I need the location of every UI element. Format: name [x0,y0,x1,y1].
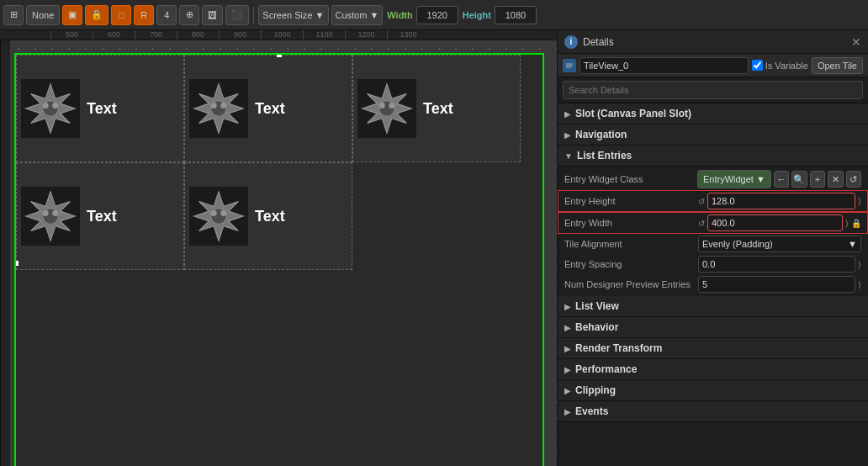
tile-alignment-text: Evenly (Padding) [702,239,773,249]
performance-title: Performance [575,363,637,375]
tile-icon [21,187,80,246]
ruler-mark: 1100 [303,30,345,40]
tile-alignment-dropdown[interactable]: Evenly (Padding) ▼ [698,236,861,252]
details-scroll[interactable]: ▶ Slot (Canvas Panel Slot) ▶ Navigation … [558,103,868,466]
list-view-title: List View [575,300,619,312]
entry-widget-dropdown[interactable]: EntryWidget ▼ [697,170,771,188]
toolbar-img1[interactable]: 🖼 [202,5,223,25]
screen-size-dropdown[interactable]: Screen Size ▼ [258,5,328,25]
toolbar-r-btn[interactable]: R [134,5,154,25]
widget-name-input[interactable] [580,57,749,74]
num-designer-row: Num Designer Preview Entries ⟩ [558,274,868,294]
entry-width-input[interactable] [707,214,843,231]
is-variable-group: Is Variable [752,60,808,71]
num-designer-input[interactable] [698,276,855,293]
entry-widget-add-btn[interactable]: + [810,171,825,188]
num-designer-value: ⟩ [698,276,861,293]
resize-handle-top[interactable] [276,53,283,58]
entry-width-lock-icon: 🔒 [851,219,861,228]
svg-point-23 [211,210,217,216]
canvas-content[interactable]: Text [10,40,557,466]
ruler-mark: 1200 [345,30,387,40]
entry-widget-arrow-left[interactable]: ← [774,171,789,188]
section-clipping[interactable]: ▶ Clipping [558,380,868,401]
height-input[interactable] [495,6,537,24]
section-performance[interactable]: ▶ Performance [558,359,868,380]
entry-width-reset-icon: ↺ [698,219,705,228]
section-list-entries[interactable]: ▼ List Entries [558,146,868,167]
num-designer-label: Num Designer Preview Entries [564,279,695,289]
resize-handle-left[interactable] [14,260,19,267]
toolbar-lock-btn[interactable]: 🔒 [85,5,108,25]
tile-row-2: Text [16,162,542,270]
nav-title: Navigation [575,129,627,140]
toolbar-divider1 [253,7,254,24]
custom-dropdown[interactable]: Custom ▼ [331,5,384,25]
toolbar-img2[interactable]: ⬛ [225,5,249,25]
entry-widget-row: Entry Widget Class EntryWidget ▼ ← 🔍 + ✕… [558,168,868,190]
widget-name-bar: Is Variable Open Tile [558,54,868,77]
width-label: Width [385,10,414,20]
tile-icon [357,79,416,138]
performance-arrow: ▶ [564,365,571,374]
section-events[interactable]: ▶ Events [558,401,868,422]
entry-widget-search-btn[interactable]: 🔍 [791,171,807,188]
entry-height-input[interactable] [707,193,855,209]
svg-point-4 [52,103,58,109]
ruler-mark: 600 [93,30,135,40]
toolbar: ⊞ None ▣ 🔒 □ R 4 ⊕ 🖼 ⬛ Screen Size ▼ Cus… [0,0,868,30]
section-render-transform[interactable]: ▶ Render Transform [558,338,868,359]
tile-icon [21,79,80,138]
toolbar-icon3[interactable]: □ [111,5,131,25]
open-tile-btn[interactable]: Open Tile [812,57,863,74]
height-label: Height [461,10,493,20]
entry-widget-clear-btn[interactable]: ✕ [828,171,843,188]
section-behavior[interactable]: ▶ Behavior [558,317,868,338]
details-close-btn[interactable]: ✕ [851,35,861,49]
ruler-mark: 1000 [261,30,303,40]
tile-row-1: Text [16,55,542,162]
details-icon: i [564,35,578,49]
entry-height-value: ↺ ⟩ [698,193,861,209]
width-input[interactable] [416,6,458,24]
entry-height-label: Entry Height [564,196,695,206]
render-transform-title: Render Transform [575,342,662,354]
svg-point-13 [379,103,385,109]
clipping-arrow: ▶ [564,386,571,395]
list-entries-arrow: ▼ [564,151,573,161]
svg-point-14 [389,103,394,109]
section-slot[interactable]: ▶ Slot (Canvas Panel Slot) [558,103,868,124]
events-title: Events [575,405,608,417]
ruler-marks: 500 600 700 800 900 1000 1100 1200 1300 [50,30,429,40]
ruler-mark: 900 [219,30,261,40]
ruler-mark: 800 [177,30,219,40]
search-input[interactable] [563,81,863,99]
toolbar-move-icon[interactable]: ⊕ [179,5,199,25]
toolbar-none-btn[interactable]: None [26,5,60,25]
svg-point-19 [52,210,58,216]
toolbar-orange-btn1[interactable]: ▣ [62,5,82,25]
entry-height-expand-icon: ⟩ [858,197,861,206]
tile-widget[interactable]: Text [14,53,544,466]
ruler-top: 500 600 700 800 900 1000 1100 1200 1300 [0,30,557,40]
svg-point-8 [211,103,217,109]
entry-widget-reset-btn[interactable]: ↺ [846,171,861,188]
entry-spacing-input[interactable] [698,256,855,273]
entry-width-expand-icon: ⟩ [845,219,849,228]
is-variable-checkbox[interactable] [752,60,763,71]
tile-entry: Text [184,55,352,162]
ruler-mark: 1300 [387,30,429,40]
section-navigation[interactable]: ▶ Navigation [558,124,868,146]
section-list-view[interactable]: ▶ List View [558,296,868,317]
list-entries-title: List Entries [577,150,632,162]
tile-entry: Text [352,55,521,162]
slot-arrow: ▶ [564,109,571,119]
list-entries-content: Entry Widget Class EntryWidget ▼ ← 🔍 + ✕… [558,167,868,296]
list-view-arrow: ▶ [564,302,571,311]
nav-arrow: ▶ [564,130,571,140]
tile-entry: Text [16,162,184,270]
tile-alignment-value: Evenly (Padding) ▼ [698,236,861,252]
clipping-title: Clipping [575,384,616,396]
toolbar-count[interactable]: 4 [156,5,177,25]
toolbar-grid-icon[interactable]: ⊞ [3,5,24,25]
